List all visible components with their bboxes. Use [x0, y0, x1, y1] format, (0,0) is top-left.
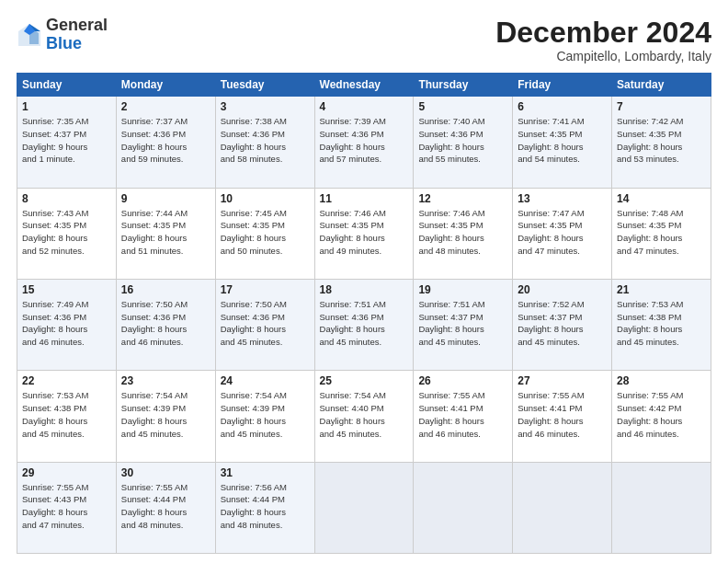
day-info: Sunrise: 7:51 AM Sunset: 4:36 PM Dayligh… [320, 298, 409, 349]
day-info: Sunrise: 7:46 AM Sunset: 4:35 PM Dayligh… [418, 207, 507, 258]
day-info: Sunrise: 7:52 AM Sunset: 4:37 PM Dayligh… [518, 298, 607, 349]
day-info: Sunrise: 7:50 AM Sunset: 4:36 PM Dayligh… [121, 298, 210, 349]
day-info: Sunrise: 7:47 AM Sunset: 4:35 PM Dayligh… [518, 207, 607, 258]
day-number: 3 [221, 100, 310, 113]
day-info: Sunrise: 7:48 AM Sunset: 4:35 PM Dayligh… [617, 207, 706, 258]
table-row: 8Sunrise: 7:43 AM Sunset: 4:35 PM Daylig… [17, 188, 117, 279]
page: General Blue December 2024 Campitello, L… [0, 0, 728, 563]
day-number: 19 [418, 283, 507, 296]
day-info: Sunrise: 7:49 AM Sunset: 4:36 PM Dayligh… [22, 298, 111, 349]
day-number: 30 [121, 466, 210, 479]
day-info: Sunrise: 7:50 AM Sunset: 4:36 PM Dayligh… [221, 298, 310, 349]
calendar-week-4: 22Sunrise: 7:53 AM Sunset: 4:38 PM Dayli… [17, 371, 711, 462]
table-row: 15Sunrise: 7:49 AM Sunset: 4:36 PM Dayli… [17, 279, 117, 370]
day-info: Sunrise: 7:55 AM Sunset: 4:44 PM Dayligh… [121, 481, 210, 532]
table-row: 28Sunrise: 7:55 AM Sunset: 4:42 PM Dayli… [612, 371, 711, 462]
table-row: 16Sunrise: 7:50 AM Sunset: 4:36 PM Dayli… [116, 279, 215, 370]
day-number: 27 [518, 374, 607, 387]
table-row: 25Sunrise: 7:54 AM Sunset: 4:40 PM Dayli… [314, 371, 414, 462]
day-info: Sunrise: 7:35 AM Sunset: 4:37 PM Dayligh… [22, 115, 111, 166]
table-row: 14Sunrise: 7:48 AM Sunset: 4:35 PM Dayli… [612, 188, 711, 279]
table-row: 24Sunrise: 7:54 AM Sunset: 4:39 PM Dayli… [215, 371, 314, 462]
col-sunday: Sunday [17, 74, 117, 97]
day-number: 28 [617, 374, 706, 387]
day-info: Sunrise: 7:55 AM Sunset: 4:41 PM Dayligh… [518, 389, 607, 440]
day-number: 12 [418, 192, 507, 205]
table-row: 2Sunrise: 7:37 AM Sunset: 4:36 PM Daylig… [116, 97, 215, 188]
day-info: Sunrise: 7:38 AM Sunset: 4:36 PM Dayligh… [221, 115, 310, 166]
day-number: 15 [22, 283, 111, 296]
day-number: 7 [617, 100, 706, 113]
table-row: 17Sunrise: 7:50 AM Sunset: 4:36 PM Dayli… [215, 279, 314, 370]
day-info: Sunrise: 7:55 AM Sunset: 4:41 PM Dayligh… [418, 389, 507, 440]
day-info: Sunrise: 7:56 AM Sunset: 4:44 PM Dayligh… [221, 481, 310, 532]
table-row: 29Sunrise: 7:55 AM Sunset: 4:43 PM Dayli… [17, 462, 117, 553]
table-row: 23Sunrise: 7:54 AM Sunset: 4:39 PM Dayli… [116, 371, 215, 462]
day-info: Sunrise: 7:40 AM Sunset: 4:36 PM Dayligh… [418, 115, 507, 166]
logo: General Blue [17, 17, 108, 53]
day-number: 10 [221, 192, 310, 205]
day-info: Sunrise: 7:54 AM Sunset: 4:39 PM Dayligh… [121, 389, 210, 440]
day-info: Sunrise: 7:54 AM Sunset: 4:39 PM Dayligh… [221, 389, 310, 440]
day-number: 14 [617, 192, 706, 205]
table-row: 12Sunrise: 7:46 AM Sunset: 4:35 PM Dayli… [414, 188, 513, 279]
table-row [414, 462, 513, 553]
title-block: December 2024 Campitello, Lombardy, Ital… [495, 17, 711, 63]
table-row: 18Sunrise: 7:51 AM Sunset: 4:36 PM Dayli… [314, 279, 414, 370]
table-row: 30Sunrise: 7:55 AM Sunset: 4:44 PM Dayli… [116, 462, 215, 553]
day-info: Sunrise: 7:54 AM Sunset: 4:40 PM Dayligh… [320, 389, 409, 440]
day-info: Sunrise: 7:55 AM Sunset: 4:43 PM Dayligh… [22, 481, 111, 532]
logo-general: General [46, 16, 108, 34]
calendar-week-3: 15Sunrise: 7:49 AM Sunset: 4:36 PM Dayli… [17, 279, 711, 370]
logo-blue: Blue [46, 34, 82, 52]
day-number: 26 [418, 374, 507, 387]
day-number: 4 [320, 100, 409, 113]
day-number: 20 [518, 283, 607, 296]
day-info: Sunrise: 7:53 AM Sunset: 4:38 PM Dayligh… [22, 389, 111, 440]
table-row: 27Sunrise: 7:55 AM Sunset: 4:41 PM Dayli… [513, 371, 612, 462]
day-number: 2 [121, 100, 210, 113]
table-row: 22Sunrise: 7:53 AM Sunset: 4:38 PM Dayli… [17, 371, 117, 462]
day-info: Sunrise: 7:43 AM Sunset: 4:35 PM Dayligh… [22, 207, 111, 258]
calendar-week-5: 29Sunrise: 7:55 AM Sunset: 4:43 PM Dayli… [17, 462, 711, 553]
col-monday: Monday [116, 74, 215, 97]
logo-icon [17, 22, 42, 48]
day-number: 13 [518, 192, 607, 205]
day-info: Sunrise: 7:44 AM Sunset: 4:35 PM Dayligh… [121, 207, 210, 258]
table-row: 6Sunrise: 7:41 AM Sunset: 4:35 PM Daylig… [513, 97, 612, 188]
table-row: 13Sunrise: 7:47 AM Sunset: 4:35 PM Dayli… [513, 188, 612, 279]
day-info: Sunrise: 7:53 AM Sunset: 4:38 PM Dayligh… [617, 298, 706, 349]
day-number: 25 [320, 374, 409, 387]
table-row: 5Sunrise: 7:40 AM Sunset: 4:36 PM Daylig… [414, 97, 513, 188]
table-row: 10Sunrise: 7:45 AM Sunset: 4:35 PM Dayli… [215, 188, 314, 279]
table-row: 21Sunrise: 7:53 AM Sunset: 4:38 PM Dayli… [612, 279, 711, 370]
header-row: Sunday Monday Tuesday Wednesday Thursday… [17, 74, 711, 97]
table-row: 4Sunrise: 7:39 AM Sunset: 4:36 PM Daylig… [314, 97, 414, 188]
day-number: 9 [121, 192, 210, 205]
table-row: 20Sunrise: 7:52 AM Sunset: 4:37 PM Dayli… [513, 279, 612, 370]
day-info: Sunrise: 7:39 AM Sunset: 4:36 PM Dayligh… [320, 115, 409, 166]
day-info: Sunrise: 7:51 AM Sunset: 4:37 PM Dayligh… [418, 298, 507, 349]
title-location: Campitello, Lombardy, Italy [495, 49, 711, 63]
day-number: 6 [518, 100, 607, 113]
day-number: 31 [221, 466, 310, 479]
col-wednesday: Wednesday [314, 74, 414, 97]
day-info: Sunrise: 7:55 AM Sunset: 4:42 PM Dayligh… [617, 389, 706, 440]
day-info: Sunrise: 7:37 AM Sunset: 4:36 PM Dayligh… [121, 115, 210, 166]
col-friday: Friday [513, 74, 612, 97]
day-number: 18 [320, 283, 409, 296]
table-row [314, 462, 414, 553]
calendar-week-2: 8Sunrise: 7:43 AM Sunset: 4:35 PM Daylig… [17, 188, 711, 279]
day-info: Sunrise: 7:41 AM Sunset: 4:35 PM Dayligh… [518, 115, 607, 166]
day-number: 22 [22, 374, 111, 387]
day-number: 23 [121, 374, 210, 387]
day-number: 17 [221, 283, 310, 296]
day-info: Sunrise: 7:46 AM Sunset: 4:35 PM Dayligh… [320, 207, 409, 258]
table-row: 1Sunrise: 7:35 AM Sunset: 4:37 PM Daylig… [17, 97, 117, 188]
calendar: Sunday Monday Tuesday Wednesday Thursday… [17, 73, 711, 554]
day-info: Sunrise: 7:45 AM Sunset: 4:35 PM Dayligh… [221, 207, 310, 258]
title-month: December 2024 [495, 17, 711, 49]
table-row: 11Sunrise: 7:46 AM Sunset: 4:35 PM Dayli… [314, 188, 414, 279]
header: General Blue December 2024 Campitello, L… [17, 17, 711, 63]
day-number: 1 [22, 100, 111, 113]
